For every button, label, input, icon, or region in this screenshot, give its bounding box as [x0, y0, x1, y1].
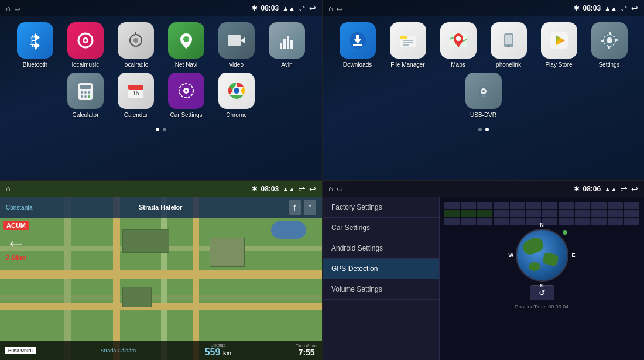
svg-rect-51	[482, 95, 485, 97]
svg-rect-15	[80, 85, 91, 89]
app-carsettings[interactable]: Car Settings	[163, 73, 209, 118]
road-h1	[0, 270, 322, 279]
position-time-label: PositionTime:	[515, 304, 547, 310]
car-label: Car Settings	[331, 224, 370, 232]
position-time: PositionTime: 00:00:04	[515, 304, 569, 310]
home-icon-bl[interactable]: ⌂	[6, 184, 11, 193]
app-localradio[interactable]: localradio	[113, 22, 159, 68]
return-icon-tr[interactable]: ↩	[631, 4, 638, 13]
status-left-br: ⌂ ▭	[328, 184, 342, 193]
gps-panel: N S E W ↺ PositionTime: 00:00:04	[440, 197, 644, 361]
timp-value: 7:55	[296, 348, 317, 357]
app-maps[interactable]: Maps	[436, 22, 481, 68]
app-maps-label: Maps	[451, 61, 465, 68]
svg-point-19	[81, 95, 83, 98]
svg-rect-32	[356, 35, 359, 42]
settings-volume[interactable]: Volume Settings	[323, 279, 439, 300]
app-video-label: video	[229, 61, 244, 68]
app-avin[interactable]: Avin	[264, 22, 310, 68]
signal-icon-tr: ▲▲	[604, 5, 617, 12]
svg-point-40	[456, 36, 461, 41]
status-left: ⌂ ▭	[6, 4, 20, 13]
app-calendar[interactable]: 15 Calendar	[113, 73, 159, 118]
return-icon-bl[interactable]: ↩	[309, 184, 316, 194]
settings-gps[interactable]: GPS Detection	[323, 259, 439, 279]
app-downloads[interactable]: Downloads	[335, 22, 381, 68]
nav-current-street: Strada Căldăra...	[101, 348, 141, 354]
app-settings-label: Settings	[598, 61, 619, 68]
return-icon[interactable]: ↩	[309, 4, 316, 13]
app-playstore[interactable]: Play Store	[536, 22, 582, 68]
piata-label: Piața Unirii	[5, 347, 36, 354]
page-dots-top-right	[323, 124, 644, 135]
signal-icon-bl: ▲▲	[282, 186, 295, 193]
back-icon-bl[interactable]: ⇌	[299, 184, 306, 194]
app-localradio-label: localradio	[124, 61, 149, 68]
app-phonelink[interactable]: phonelink	[486, 22, 532, 68]
app-chrome-label: Chrome	[226, 112, 247, 118]
dot-tr-2[interactable]	[485, 128, 489, 131]
road-v2	[193, 197, 199, 361]
back-icon[interactable]: ⇌	[299, 4, 306, 13]
bluetooth-status-icon: ✱	[252, 4, 258, 12]
app-bluetooth-label: Bluetooth	[23, 61, 47, 68]
dot-2[interactable]	[163, 128, 166, 131]
nav-city: Constanța	[6, 204, 33, 211]
app-bluetooth[interactable]: ₿ Bluetooth	[12, 22, 58, 68]
home-icon-tr[interactable]: ⌂	[328, 4, 333, 13]
return-icon-br[interactable]: ↩	[631, 184, 638, 194]
app-localmusic[interactable]: localmusic	[63, 22, 108, 68]
building-2	[210, 238, 245, 267]
water-area	[271, 221, 306, 239]
nav-arrow-up-2: ↑	[304, 200, 316, 215]
main-grid: ⌂ ▭ ✱ 08:03 ▲▲ ⇌ ↩ ₿ Bluetooth	[0, 0, 644, 360]
status-bar-bottom-left: ⌂ ✱ 08:03 ▲▲ ⇌ ↩	[0, 181, 322, 197]
bluetooth-status-icon-bl: ✱	[252, 185, 258, 193]
nav-top-bar: Constanța Strada Halelor ↑ ↑	[0, 197, 322, 218]
dot-tr-1[interactable]	[478, 128, 482, 131]
app-settings[interactable]: Settings	[587, 22, 632, 68]
app-netnavi[interactable]: Net Navi	[163, 22, 209, 68]
app-calculator[interactable]: Calculator	[63, 73, 108, 118]
status-bar-top-right: ⌂ ▭ ✱ 08:03 ▲▲ ⇌ ↩	[323, 0, 644, 16]
status-right: ✱ 08:03 ▲▲ ⇌ ↩	[252, 4, 316, 13]
home-icon[interactable]: ⌂	[6, 4, 11, 13]
status-right-br: ✱ 08:06 ▲▲ ⇌ ↩	[574, 184, 638, 194]
back-icon-tr[interactable]: ⇌	[621, 4, 628, 13]
svg-point-43	[508, 46, 509, 47]
dot-1[interactable]	[156, 128, 159, 131]
settings-android[interactable]: Android Settings	[323, 238, 439, 259]
svg-rect-11	[283, 39, 286, 49]
app-filemanager[interactable]: File Manager	[385, 22, 431, 68]
app-grid-top-left: ₿ Bluetooth localmusic localradio	[0, 16, 322, 124]
position-time-value: 00:00:04	[548, 304, 568, 310]
app-avin-label: Avin	[281, 61, 292, 68]
app-chrome[interactable]: Chrome	[214, 73, 259, 118]
land-2	[542, 252, 559, 267]
time-display-bl: 08:03	[261, 185, 279, 193]
time-display: 08:03	[261, 4, 279, 12]
bluetooth-status-icon-br: ✱	[574, 185, 580, 193]
svg-rect-33	[353, 44, 362, 46]
svg-text:15: 15	[132, 90, 139, 97]
svg-point-20	[84, 95, 87, 98]
status-left-bl: ⌂	[6, 184, 11, 193]
nav-turn-indicator: ACUM ← 2.9km	[3, 221, 29, 262]
compass-east: E	[571, 252, 575, 258]
app-usbdvr-label: USB-DVR	[470, 112, 496, 118]
back-icon-br[interactable]: ⇌	[621, 184, 628, 194]
settings-factory[interactable]: Factory Settings	[323, 197, 439, 218]
page-dots-top-left	[0, 124, 322, 135]
app-usbdvr[interactable]: USB-DVR	[461, 73, 506, 118]
app-filemanager-label: File Manager	[390, 61, 424, 68]
nav-distanta-box: Distanță 559 km	[205, 343, 232, 358]
minimize-icon-br[interactable]: ▭	[337, 185, 342, 193]
svg-point-3	[84, 39, 87, 42]
minimize-icon-tr[interactable]: ▭	[337, 5, 342, 12]
app-video[interactable]: video	[214, 22, 259, 68]
minimize-icon[interactable]: ▭	[14, 5, 20, 12]
settings-car[interactable]: Car Settings	[323, 218, 439, 238]
factory-label: Factory Settings	[331, 203, 382, 211]
home-icon-br[interactable]: ⌂	[328, 184, 333, 193]
time-display-br: 08:06	[583, 185, 601, 193]
